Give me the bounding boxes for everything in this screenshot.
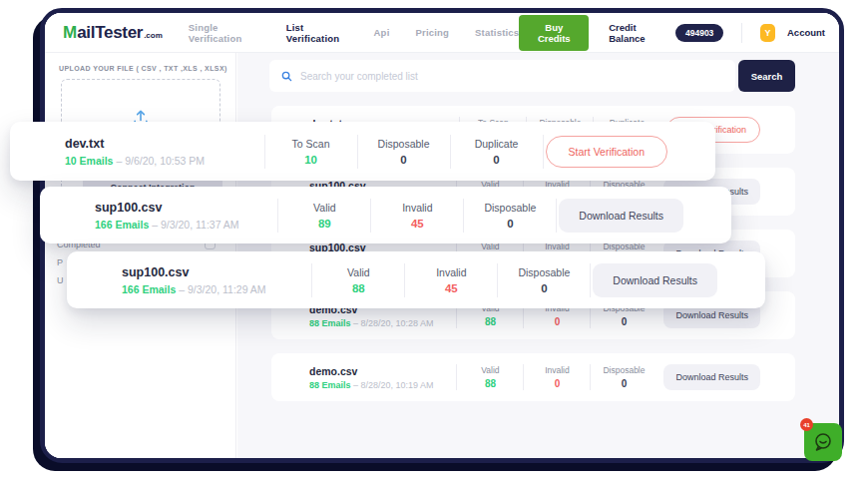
stat-value: 88 — [464, 316, 516, 327]
stat-value: 0 — [466, 218, 554, 230]
stat-disposable: Disposable 0 — [466, 202, 554, 230]
column-divider — [456, 364, 457, 390]
popped-card-sup100-1137: sup100.csv 166 Emails – 9/3/20, 11:37 AM… — [40, 187, 731, 243]
stat-label: Valid — [280, 202, 368, 214]
stat-label: Invalid — [531, 365, 583, 375]
email-count: 88 Emails — [309, 380, 351, 390]
stat-value: 88 — [314, 282, 402, 294]
stat-label: Invalid — [407, 266, 495, 278]
chat-unread-badge: 41 — [800, 418, 813, 431]
search-input[interactable] — [300, 71, 723, 82]
topbar: MailTester.com Single Verification List … — [45, 13, 839, 53]
column-divider — [277, 199, 278, 233]
buy-credits-button[interactable]: Buy Credits — [519, 15, 589, 51]
stat-value: 0 — [598, 316, 650, 327]
stat-disposable: Disposable 0 — [360, 138, 448, 166]
stat-label: Disposable — [360, 138, 448, 150]
search-button[interactable]: Search — [738, 60, 795, 92]
stat-value: 0 — [360, 154, 448, 166]
file-info: sup100.csv 166 Emails – 9/3/20, 11:37 AM — [40, 201, 275, 231]
column-divider — [404, 263, 405, 297]
logo-mark: M — [63, 23, 77, 43]
chat-widget-button[interactable]: 41 — [804, 423, 842, 461]
credit-balance-value: 494903 — [675, 24, 723, 42]
stat-value: 88 — [464, 378, 516, 389]
download-results-button[interactable]: Download Results — [559, 199, 683, 233]
column-divider — [556, 199, 557, 233]
stat-disposable: Disposable 0 — [598, 365, 650, 389]
email-count: 10 Emails — [65, 155, 113, 167]
file-date: – 9/3/20, 11:37 AM — [152, 219, 238, 231]
stat-valid: Valid 88 — [314, 266, 402, 294]
stat-valid: Valid 89 — [280, 202, 368, 230]
filter-partial-1-label: P — [57, 257, 63, 267]
list-row: demo.csv 88 Emails – 8/28/20, 10:19 AM V… — [271, 353, 795, 401]
column-divider — [497, 263, 498, 297]
download-results-button[interactable]: Download Results — [593, 263, 717, 297]
file-info: sup100.csv 166 Emails – 9/3/20, 11:29 AM — [67, 265, 309, 295]
stat-value: 45 — [373, 218, 461, 230]
column-divider — [543, 135, 544, 169]
column-divider — [357, 135, 358, 169]
account-menu[interactable]: Account — [787, 27, 825, 38]
file-name: sup100.csv — [95, 201, 275, 215]
column-divider — [590, 263, 591, 297]
stat-value: 0 — [500, 282, 588, 294]
topbar-divider — [741, 23, 742, 43]
email-count: 166 Emails — [95, 219, 149, 231]
stat-value: 0 — [453, 154, 541, 166]
column-divider — [590, 364, 591, 390]
upload-heading: UPLOAD YOUR FILE ( CSV , TXT ,XLS , XLSX… — [59, 65, 227, 72]
stat-label: Disposable — [500, 266, 588, 278]
logo-name: ailTester — [77, 23, 143, 43]
avatar[interactable]: Y — [760, 24, 775, 42]
stat-label: To Scan — [267, 138, 355, 150]
popped-card-sup100-1129: sup100.csv 166 Emails – 9/3/20, 11:29 AM… — [67, 251, 765, 308]
stat-to-scan: To Scan 10 — [267, 138, 355, 166]
stat-value: 89 — [280, 218, 368, 230]
file-info: dev.txt 10 Emails – 9/6/20, 10:53 PM — [10, 137, 262, 167]
nav-single-verification[interactable]: Single Verification — [189, 22, 260, 44]
file-date: – 9/3/20, 11:29 AM — [179, 283, 265, 295]
credit-balance-label: Credit Balance — [609, 22, 663, 44]
stat-value: 0 — [598, 378, 650, 389]
file-info: demo.csv 88 Emails – 8/28/20, 10:19 AM — [309, 365, 449, 390]
file-name: dev.txt — [65, 137, 262, 151]
stat-label: Valid — [464, 365, 516, 375]
nav-list-verification[interactable]: List Verification — [286, 22, 348, 44]
brand-logo[interactable]: MailTester.com — [63, 23, 163, 43]
stat-value: 45 — [407, 282, 495, 294]
stat-label: Disposable — [598, 365, 650, 375]
email-count: 88 Emails — [309, 318, 351, 328]
file-date: – 9/6/20, 10:53 PM — [116, 155, 205, 167]
main-nav: Single Verification List Verification Ap… — [189, 22, 520, 44]
column-divider — [523, 364, 524, 390]
search-field — [269, 60, 735, 92]
stat-value: 0 — [531, 378, 583, 389]
stat-disposable: Disposable 0 — [500, 266, 588, 294]
logo-tld: .com — [144, 31, 163, 40]
nav-api[interactable]: Api — [374, 27, 390, 38]
stat-value: 10 — [267, 154, 355, 166]
chat-smiley-icon — [811, 430, 835, 454]
download-results-button[interactable]: Download Results — [663, 364, 760, 390]
stat-label: Duplicate — [453, 138, 541, 150]
email-count: 166 Emails — [122, 283, 176, 295]
file-date: – 8/28/20, 10:28 AM — [353, 318, 434, 328]
filter-partial-2-label: U — [57, 275, 64, 285]
stat-duplicate: Duplicate 0 — [453, 138, 541, 166]
stat-value: 0 — [531, 316, 583, 327]
stat-invalid: Invalid 0 — [531, 365, 583, 389]
app-window: MailTester.com Single Verification List … — [0, 0, 868, 483]
stat-label: Disposable — [466, 202, 554, 214]
popped-card-dev-txt: dev.txt 10 Emails – 9/6/20, 10:53 PM To … — [10, 122, 715, 181]
file-name: demo.csv — [309, 365, 449, 377]
column-divider — [311, 263, 312, 297]
stat-valid: Valid 88 — [464, 365, 516, 389]
column-divider — [264, 135, 265, 169]
start-verification-button[interactable]: Start Verification — [546, 136, 667, 168]
column-divider — [450, 135, 451, 169]
nav-statistics[interactable]: Statistics — [475, 27, 519, 38]
stat-label: Invalid — [373, 202, 461, 214]
nav-pricing[interactable]: Pricing — [415, 27, 449, 38]
